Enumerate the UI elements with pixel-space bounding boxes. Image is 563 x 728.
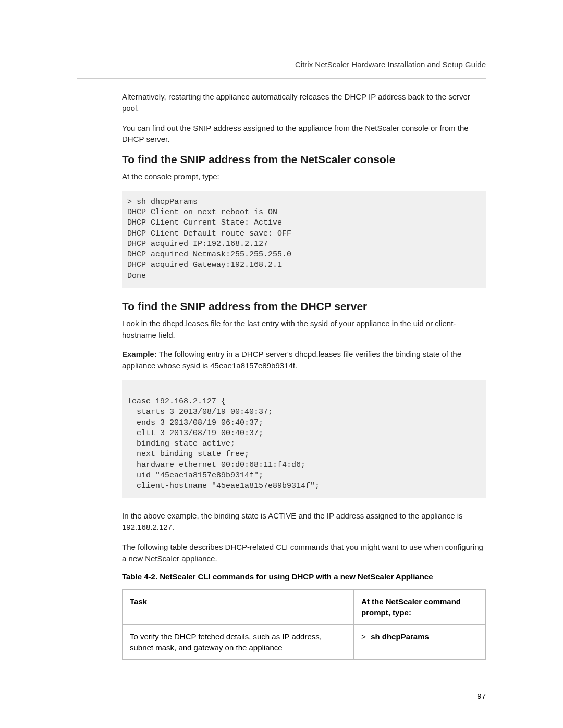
para-example: Example: The following entry in a DHCP s… xyxy=(122,349,486,372)
para-table-intro: The following table describes DHCP-relat… xyxy=(122,541,486,564)
heading-netscaler-console: To find the SNIP address from the NetSca… xyxy=(122,153,486,166)
command-text: sh dhcpParams xyxy=(371,632,429,641)
table-header-row: Task At the NetScaler command prompt, ty… xyxy=(123,590,486,625)
page: Citrix NetScaler Hardware Installation a… xyxy=(0,0,563,728)
th-command: At the NetScaler command prompt, type: xyxy=(354,590,486,625)
code-sh-dhcpparams: > sh dhcpParams DHCP Client on next rebo… xyxy=(122,191,486,288)
heading-dhcp-server: To find the SNIP address from the DHCP s… xyxy=(122,300,486,313)
dhcp-commands-table: Task At the NetScaler command prompt, ty… xyxy=(122,589,486,660)
example-label: Example: xyxy=(122,350,157,359)
para-restart: Alternatively, restarting the appliance … xyxy=(122,91,486,114)
para-dhcpd-leases: Look in the dhcpd.leases file for the la… xyxy=(122,318,486,341)
page-number: 97 xyxy=(122,692,486,700)
example-text: The following entry in a DHCP server's d… xyxy=(122,350,461,370)
para-snip-intro: You can find out the SNIP address assign… xyxy=(122,122,486,145)
prompt-symbol: > xyxy=(361,633,371,642)
footer-rule xyxy=(122,684,486,684)
th-task: Task xyxy=(123,590,354,625)
header-rule xyxy=(77,78,486,79)
td-command: > sh dhcpParams xyxy=(354,625,486,660)
para-binding-state: In the above example, the binding state … xyxy=(122,510,486,533)
td-task: To verify the DHCP fetched details, such… xyxy=(123,625,354,660)
main-content: Alternatively, restarting the appliance … xyxy=(122,91,486,700)
code-lease-block: lease 192.168.2.127 { starts 3 2013/08/1… xyxy=(122,380,486,498)
table-caption: Table 4-2. NetScaler CLI commands for us… xyxy=(122,572,486,581)
table-row: To verify the DHCP fetched details, such… xyxy=(123,625,486,660)
para-console-prompt: At the console prompt, type: xyxy=(122,171,486,182)
doc-title: Citrix NetScaler Hardware Installation a… xyxy=(77,60,486,69)
